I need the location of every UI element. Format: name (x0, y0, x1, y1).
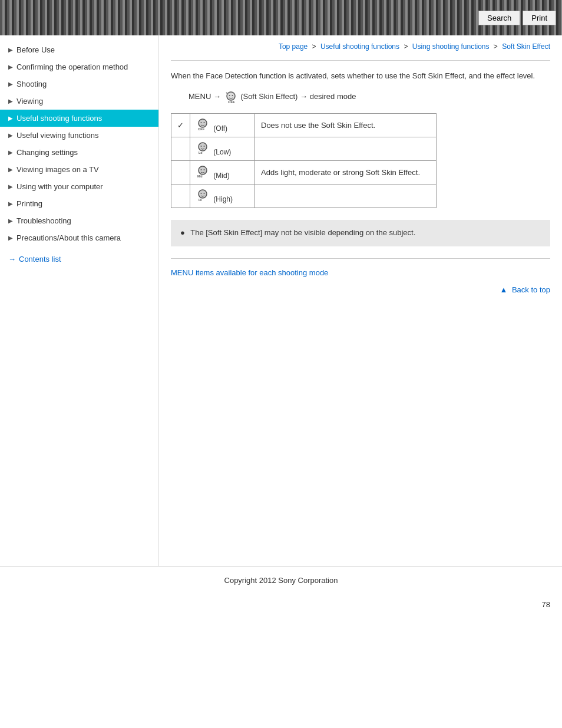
back-to-top-label: Back to top (512, 285, 550, 294)
check-cell (171, 160, 190, 184)
note-text: The [Soft Skin Effect] may not be visibl… (190, 228, 415, 237)
note-box: ● The [Soft Skin Effect] may not be visi… (171, 220, 550, 246)
sidebar-item-precautions[interactable]: ▶ Precautions/About this camera (0, 229, 158, 246)
search-button[interactable]: Search (478, 11, 520, 25)
sidebar: ▶ Before Use ▶ Confirming the operation … (0, 35, 159, 566)
arrow-icon: ▶ (8, 115, 13, 121)
svg-point-14 (201, 169, 202, 170)
page-header: Search Print (0, 0, 562, 35)
table-row: Hi (High) (171, 184, 437, 207)
sidebar-item-using-computer[interactable]: ▶ Using with your computer (0, 178, 158, 195)
arrow-icon: ▶ (8, 47, 13, 53)
sidebar-item-viewing-tv[interactable]: ▶ Viewing images on a TV (0, 161, 158, 178)
sidebar-item-changing-settings[interactable]: ▶ Changing settings (0, 144, 158, 161)
breadcrumb-top[interactable]: Top page (279, 42, 308, 51)
sidebar-item-confirming[interactable]: ▶ Confirming the operation method (0, 58, 158, 75)
svg-text:OFF: OFF (198, 127, 205, 131)
main-layout: ▶ Before Use ▶ Confirming the operation … (0, 35, 562, 566)
sidebar-item-label: Useful viewing functions (16, 131, 153, 140)
table-row: ✓ OFF (Off) Does not use the Soft Skin E… (171, 113, 437, 137)
svg-point-5 (199, 119, 207, 127)
svg-point-1 (229, 95, 230, 96)
content-separator (171, 60, 550, 61)
breadcrumb-separator: > (494, 42, 500, 51)
sidebar-item-label: Using with your computer (16, 182, 153, 191)
svg-point-13 (199, 166, 207, 174)
menu-instruction: MENU → OFF + (Soft Skin Effect) → desire… (189, 91, 550, 104)
svg-point-18 (201, 193, 202, 194)
triangle-icon: ▲ (500, 285, 507, 294)
arrow-right-icon: → (8, 255, 16, 263)
arrow-icon: ▶ (8, 149, 13, 156)
arrow-icon: ▶ (8, 218, 13, 224)
svg-text:Mid: Mid (197, 174, 203, 178)
svg-text:Hi: Hi (199, 198, 202, 202)
bullet-icon: ● (180, 228, 185, 237)
menu-items-link[interactable]: MENU items available for each shooting m… (171, 268, 328, 277)
svg-point-2 (232, 95, 233, 96)
sidebar-item-printing[interactable]: ▶ Printing (0, 195, 158, 212)
page-num-label: 78 (542, 600, 550, 609)
mid-icon: Mid (196, 165, 211, 178)
back-to-top: ▲ Back to top (171, 285, 550, 294)
desc-cell: Does not use the Soft Skin Effect. (255, 113, 437, 137)
menu-text: MENU → (189, 92, 221, 101)
check-cell: ✓ (171, 113, 190, 137)
main-content: Top page > Useful shooting functions > U… (159, 35, 562, 566)
sidebar-item-label: Shooting (16, 80, 153, 88)
sidebar-item-viewing[interactable]: ▶ Viewing (0, 93, 158, 110)
sidebar-item-label: Before Use (16, 45, 153, 54)
sidebar-item-label: Useful shooting functions (16, 114, 153, 123)
arrow-icon: ▶ (8, 81, 13, 87)
svg-text:+: + (226, 91, 228, 94)
breadcrumb: Top page > Useful shooting functions > U… (171, 35, 550, 55)
sidebar-item-before-use[interactable]: ▶ Before Use (0, 41, 158, 58)
sidebar-item-troubleshooting[interactable]: ▶ Troubleshooting (0, 212, 158, 229)
sidebar-item-label: Changing settings (16, 148, 153, 157)
svg-point-10 (201, 146, 202, 147)
sidebar-item-shooting[interactable]: ▶ Shooting (0, 75, 158, 93)
sidebar-item-label: Viewing (16, 97, 153, 106)
sidebar-item-label: Printing (16, 199, 153, 208)
sidebar-item-label: Precautions/About this camera (16, 233, 153, 242)
svg-point-9 (199, 143, 207, 151)
breadcrumb-separator: > (312, 42, 318, 51)
svg-point-11 (204, 146, 205, 147)
table-row: Mid (Mid) Adds light, moderate or strong… (171, 160, 437, 184)
back-to-top-link[interactable]: ▲ Back to top (500, 285, 550, 294)
svg-point-7 (204, 122, 205, 123)
desc-cell: Adds light, moderate or strong Soft Skin… (255, 160, 437, 184)
soft-skin-icon: OFF + (224, 91, 237, 104)
print-button[interactable]: Print (523, 11, 556, 25)
sidebar-item-label: Viewing images on a TV (16, 165, 153, 174)
svg-text:Lo: Lo (199, 151, 203, 154)
check-cell (171, 184, 190, 207)
mode-cell: Mid (Mid) (190, 160, 255, 184)
sidebar-item-useful-viewing[interactable]: ▶ Useful viewing functions (0, 127, 158, 144)
footer: Copyright 2012 Sony Corporation (0, 566, 562, 594)
svg-point-19 (204, 193, 205, 194)
arrow-icon: ▶ (8, 64, 13, 70)
desc-cell (255, 184, 437, 207)
svg-point-0 (227, 92, 235, 100)
arrow-icon: ▶ (8, 183, 13, 190)
sidebar-item-label: Troubleshooting (16, 216, 153, 225)
sidebar-item-label: Confirming the operation method (16, 62, 153, 71)
breadcrumb-useful-shooting[interactable]: Useful shooting functions (320, 42, 399, 51)
sidebar-item-useful-shooting[interactable]: ▶ Useful shooting functions (0, 110, 158, 127)
copyright-text: Copyright 2012 Sony Corporation (224, 576, 338, 585)
arrow-icon: ▶ (8, 200, 13, 207)
breadcrumb-separator: > (404, 42, 409, 51)
breadcrumb-using-shooting[interactable]: Using shooting functions (412, 42, 490, 51)
breadcrumb-current: Soft Skin Effect (502, 42, 550, 51)
arrow-icon: ▶ (8, 98, 13, 104)
mode-cell: Lo (Low) (190, 137, 255, 160)
bottom-separator (171, 258, 550, 259)
mode-cell: Hi (High) (190, 184, 255, 207)
arrow-icon: ▶ (8, 235, 13, 241)
contents-list-link[interactable]: → Contents list (0, 249, 158, 269)
arrow-icon: ▶ (8, 166, 13, 173)
contents-list-label: Contents list (19, 255, 61, 263)
header-buttons: Search Print (478, 11, 556, 25)
svg-text:OFF: OFF (228, 100, 235, 104)
